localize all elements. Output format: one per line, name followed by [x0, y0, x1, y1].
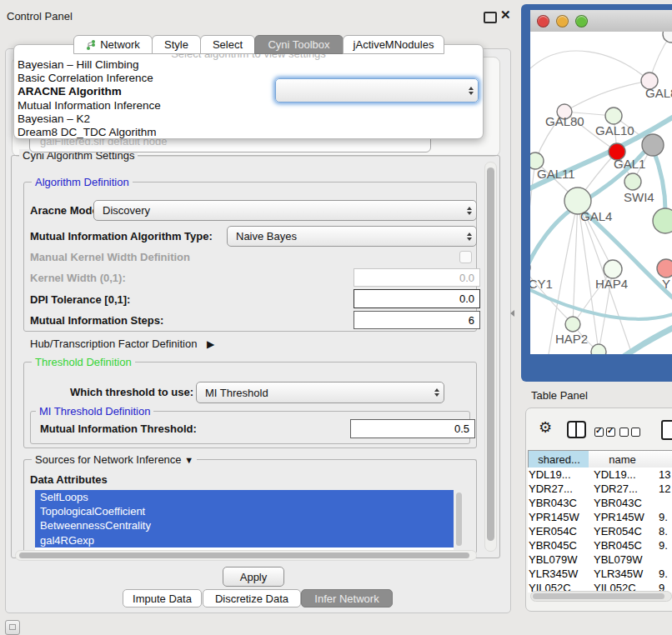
- combo-stepper-icon: [464, 87, 478, 95]
- table-horizontal-scrollbar[interactable]: [530, 591, 672, 602]
- minimize-traffic-light[interactable]: [556, 15, 569, 28]
- dock-panel-icon[interactable]: [5, 620, 20, 635]
- table-body[interactable]: YDL19...YDL19...13YDR27...YDR27...12YBR0…: [528, 468, 672, 592]
- tab-cyni-toolbox[interactable]: Cyni Toolbox: [254, 35, 344, 54]
- column-header-label: name: [609, 453, 636, 466]
- network-node-label: GAL10: [595, 123, 634, 138]
- gear-icon[interactable]: ⚙: [539, 420, 552, 435]
- table-row[interactable]: YBR045CYBR045C9.: [528, 538, 672, 552]
- network-node-label: GAL4: [580, 209, 612, 223]
- mi-threshold-value: 0.5: [454, 422, 469, 435]
- network-node[interactable]: [663, 32, 672, 42]
- algorithm-option[interactable]: Bayesian – K2: [14, 112, 483, 126]
- hub-definition-label: Hub/Transcription Factor Definition: [30, 338, 197, 350]
- tab-label: Discretize Data: [215, 592, 288, 605]
- table-row[interactable]: YLR345WYLR345W9.: [528, 567, 672, 581]
- float-window-button[interactable]: [484, 12, 497, 23]
- network-window-titlebar[interactable]: [530, 10, 672, 32]
- table-row[interactable]: YDR27...YDR27...12: [528, 482, 672, 496]
- table-cell: YLR345W: [529, 567, 578, 581]
- network-node[interactable]: [624, 173, 641, 190]
- combo-stepper-icon: [463, 232, 476, 241]
- table-cell: YBR045C: [529, 538, 577, 552]
- attributes-list-scrollbar[interactable]: [455, 491, 463, 549]
- column-header-label: shared...: [538, 453, 580, 466]
- table-row[interactable]: YBL079WYBL079W: [528, 552, 672, 567]
- network-node-label: GAL1: [614, 157, 645, 171]
- which-threshold-label: Which threshold to use:: [70, 386, 193, 398]
- settings-horizontal-scrollbar[interactable]: [15, 550, 477, 561]
- kernel-width-field[interactable]: 0.0: [354, 268, 480, 287]
- table-cell: 8.: [659, 524, 668, 538]
- zoom-traffic-light[interactable]: [575, 15, 588, 28]
- network-node[interactable]: [653, 208, 672, 233]
- network-tab-icon: [86, 40, 96, 50]
- network-node[interactable]: [565, 317, 580, 332]
- data-attributes-list[interactable]: SelfLoopsTopologicalCoefficientBetweenne…: [35, 490, 454, 550]
- network-node[interactable]: [605, 108, 622, 124]
- network-node[interactable]: [591, 344, 606, 354]
- table-cell: YPR145W: [529, 510, 579, 524]
- tab-network[interactable]: Network: [73, 35, 153, 54]
- sources-group-title[interactable]: Sources for Network Inference ▼: [32, 453, 197, 466]
- attribute-list-item[interactable]: BetweennessCentrality: [35, 518, 454, 532]
- mi-threshold-field[interactable]: 0.5: [350, 419, 475, 438]
- attribute-list-item[interactable]: SelfLoops: [35, 490, 454, 504]
- mi-threshold-group-title: MI Threshold Definition: [36, 405, 153, 418]
- column-header-name[interactable]: name: [589, 450, 657, 468]
- attribute-list-item[interactable]: gal4RGexp: [35, 533, 454, 548]
- table-cell: YPR145W: [594, 510, 644, 524]
- apply-button-label: Apply: [240, 571, 268, 583]
- combo-stepper-icon: [463, 207, 476, 215]
- network-canvas[interactable]: GAL8GAL80GAL10GAL1GAL11SWI4GAL4GCY1HAP4Y…: [530, 32, 672, 354]
- hub-definition-toggle[interactable]: Hub/Transcription Factor Definition ▶: [30, 338, 214, 350]
- mi-steps-field[interactable]: 6: [354, 311, 480, 329]
- select-all-checkboxes-icon[interactable]: [594, 425, 618, 440]
- column-layout-icon[interactable]: [567, 421, 586, 438]
- column-header-shared-name[interactable]: shared...: [528, 450, 590, 468]
- tab-jactivemnodules[interactable]: jActiveMNodules: [343, 35, 444, 54]
- algorithm-select-combo[interactable]: [275, 78, 479, 102]
- table-row[interactable]: YPR145WYPR145W9.: [528, 510, 672, 524]
- network-node[interactable]: [604, 260, 622, 278]
- table-cell: YBL079W: [529, 552, 578, 567]
- splitpane-collapse-arrow-icon[interactable]: [510, 310, 514, 317]
- tab-infer-network[interactable]: Infer Network: [301, 589, 393, 608]
- algorithm-option[interactable]: Bayesian – Hill Climbing: [14, 58, 483, 72]
- deselect-all-checkboxes-icon[interactable]: [619, 425, 643, 440]
- table-cell: YBR045C: [594, 538, 642, 552]
- dpi-tolerance-value: 0.0: [459, 292, 474, 305]
- tab-style[interactable]: Style: [152, 35, 201, 54]
- algorithm-option[interactable]: Dream8 DC_TDC Algorithm: [14, 126, 483, 139]
- table-row[interactable]: YER054CYER054C8.: [528, 524, 672, 538]
- apply-button[interactable]: Apply: [223, 567, 284, 587]
- tab-select[interactable]: Select: [200, 35, 255, 54]
- table-mode-icon[interactable]: [661, 420, 672, 440]
- table-cell: 12: [659, 482, 670, 496]
- attribute-list-item[interactable]: TopologicalCoefficient: [35, 504, 454, 518]
- settings-vertical-scrollbar[interactable]: [484, 162, 497, 552]
- tab-discretize-data[interactable]: Discretize Data: [203, 589, 301, 608]
- mi-type-combo[interactable]: Naive Bayes: [227, 226, 477, 247]
- tab-label: Style: [164, 38, 188, 51]
- tab-label: Network: [100, 38, 140, 51]
- close-traffic-light[interactable]: [537, 15, 549, 28]
- tab-impute-data[interactable]: Impute Data: [123, 589, 202, 608]
- table-cell: YBR043C: [594, 496, 642, 510]
- aracne-mode-label: Aracne Mode:: [30, 204, 102, 217]
- which-threshold-combo[interactable]: MI Threshold: [196, 382, 444, 403]
- expanded-arrow-icon: ▼: [184, 455, 193, 465]
- column-header-clipped[interactable]: [656, 450, 672, 468]
- close-panel-button[interactable]: ✕: [500, 10, 511, 20]
- aracne-mode-combo[interactable]: Discovery: [93, 200, 477, 221]
- table-row[interactable]: YBR043CYBR043C: [528, 496, 672, 510]
- application-root: Control Panel ✕ Network Style Select Cyn…: [0, 0, 672, 635]
- manual-kernel-checkbox[interactable]: [459, 251, 472, 263]
- network-node[interactable]: [657, 259, 672, 278]
- table-cell: YER054C: [594, 524, 642, 538]
- table-row[interactable]: YDL19...YDL19...13: [528, 468, 672, 482]
- control-panel: Control Panel ✕ Network Style Select Cyn…: [0, 5, 515, 613]
- network-node[interactable]: [642, 134, 664, 156]
- network-node-label: GAL11: [537, 167, 575, 181]
- dpi-tolerance-field[interactable]: 0.0: [354, 289, 480, 308]
